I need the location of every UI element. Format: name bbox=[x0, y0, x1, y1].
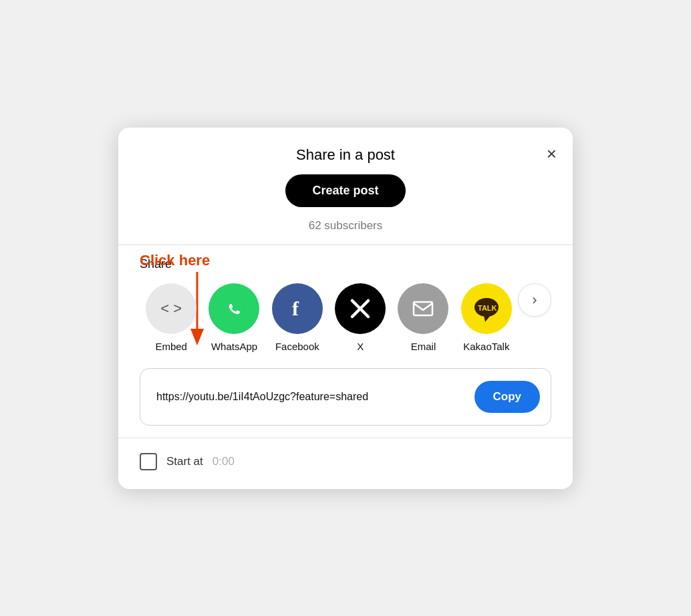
x-icon bbox=[347, 295, 374, 322]
svg-text:f: f bbox=[292, 297, 299, 319]
facebook-icon-circle: f bbox=[272, 283, 323, 334]
start-at-checkbox[interactable] bbox=[140, 453, 157, 470]
svg-marker-5 bbox=[484, 315, 491, 322]
share-section: Click here Share < > Embed bbox=[118, 257, 573, 352]
start-at-time: 0:00 bbox=[213, 455, 235, 468]
modal-header: Share in a post × bbox=[118, 128, 573, 174]
copy-button[interactable]: Copy bbox=[474, 381, 541, 413]
next-button[interactable]: › bbox=[518, 283, 551, 317]
svg-rect-3 bbox=[414, 302, 432, 315]
kakaotalk-icon: TALK bbox=[469, 291, 504, 326]
facebook-icon: f bbox=[285, 296, 310, 321]
embed-icon: < > bbox=[160, 300, 182, 317]
modal-title: Share in a post bbox=[296, 146, 395, 164]
email-label: Email bbox=[411, 341, 436, 352]
x-icon-circle bbox=[335, 283, 386, 334]
share-modal: Share in a post × Create post 62 subscri… bbox=[118, 128, 573, 489]
next-arrow-icon: › bbox=[532, 291, 537, 309]
embed-label: Embed bbox=[155, 341, 187, 352]
share-item-embed[interactable]: < > Embed bbox=[140, 283, 202, 352]
svg-text:TALK: TALK bbox=[478, 304, 497, 312]
share-item-email[interactable]: Email bbox=[392, 283, 454, 352]
start-at-row: Start at 0:00 bbox=[118, 438, 573, 489]
create-post-button[interactable]: Create post bbox=[285, 174, 405, 207]
start-at-label: Start at bbox=[166, 455, 203, 468]
url-row: https://youtu.be/1iI4tAoUzgc?feature=sha… bbox=[140, 368, 551, 426]
divider-top bbox=[118, 245, 573, 245]
kakaotalk-label: KakaoTalk bbox=[463, 341, 509, 352]
share-item-x[interactable]: X bbox=[329, 283, 392, 352]
url-text: https://youtu.be/1iI4tAoUzgc?feature=sha… bbox=[156, 391, 466, 403]
share-item-kakaotalk[interactable]: TALK KakaoTalk bbox=[455, 283, 518, 352]
next-button-wrapper: › bbox=[518, 283, 551, 342]
facebook-label: Facebook bbox=[275, 341, 319, 352]
close-button[interactable]: × bbox=[544, 142, 559, 165]
share-label: Share bbox=[140, 257, 551, 271]
whatsapp-label: WhatsApp bbox=[211, 341, 257, 352]
share-icons-row: < > Embed WhatsApp f bbox=[140, 283, 551, 352]
whatsapp-icon bbox=[219, 294, 249, 323]
embed-icon-circle: < > bbox=[146, 283, 196, 334]
email-icon bbox=[410, 295, 436, 322]
x-label: X bbox=[357, 341, 364, 352]
email-icon-circle bbox=[398, 283, 448, 334]
subscribers-count: 62 subscribers bbox=[118, 219, 573, 233]
share-item-facebook[interactable]: f Facebook bbox=[266, 283, 329, 352]
kakaotalk-icon-circle: TALK bbox=[461, 283, 512, 334]
share-item-whatsapp[interactable]: WhatsApp bbox=[202, 283, 265, 352]
whatsapp-icon-circle bbox=[209, 283, 259, 334]
